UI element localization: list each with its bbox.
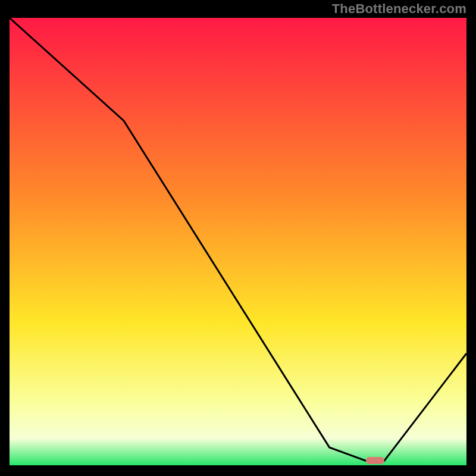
attribution-label: TheBottlenecker.com — [332, 1, 466, 17]
plot-area — [10, 18, 466, 465]
chart-svg — [10, 18, 466, 465]
gradient-rect — [10, 18, 466, 465]
chart-frame: TheBottlenecker.com — [0, 0, 476, 476]
optimal-range-marker — [366, 457, 384, 464]
